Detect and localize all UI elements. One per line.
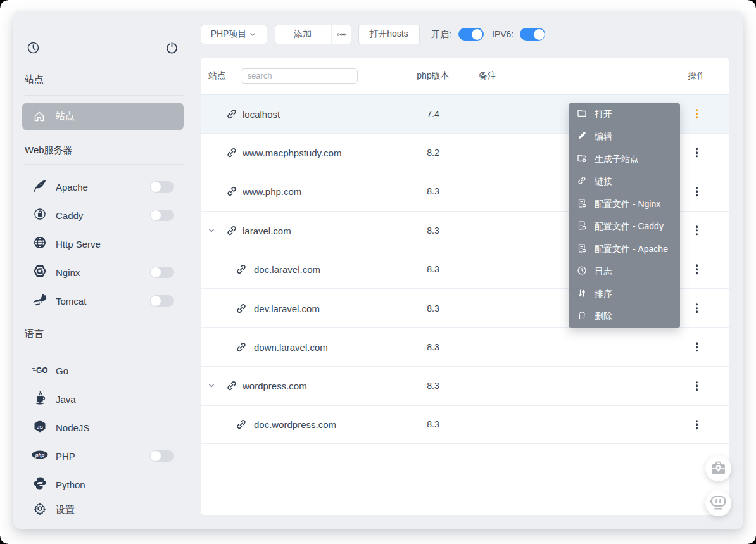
svg-text:php: php [35,452,45,458]
svg-text:GO: GO [36,366,48,374]
svg-text:JS: JS [37,424,43,430]
